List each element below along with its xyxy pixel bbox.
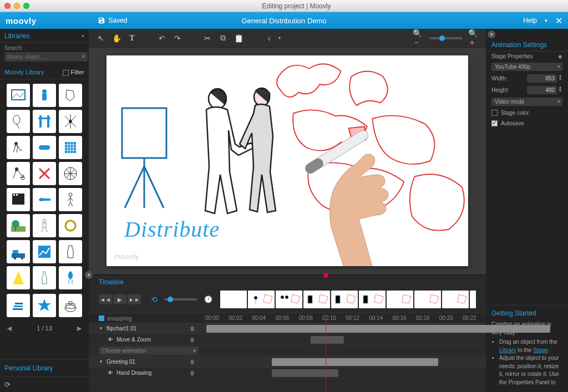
stage-color-checkbox[interactable]: Stage color	[486, 108, 568, 118]
snapping-toggle[interactable]: snapping	[99, 315, 132, 322]
maximize-window-icon[interactable]	[23, 3, 29, 9]
collapse-track-icon[interactable]: ▼	[99, 326, 103, 331]
library-item[interactable]	[33, 266, 56, 289]
library-item[interactable]	[33, 240, 56, 263]
width-spinner[interactable]: ▲▼	[558, 74, 562, 83]
hand-tool-icon[interactable]: ✋	[111, 33, 122, 44]
canvas-stage[interactable]: Distribute moovly	[106, 55, 468, 266]
library-item[interactable]	[59, 240, 82, 263]
personal-library-header[interactable]: Personal Library	[0, 359, 89, 376]
frame-thumbnail[interactable]	[414, 291, 441, 308]
library-item[interactable]	[7, 266, 30, 289]
library-item[interactable]	[59, 110, 82, 133]
video-mode-dropdown[interactable]: Video mode	[486, 96, 568, 108]
cut-icon[interactable]: ✂	[202, 33, 213, 44]
undo-icon[interactable]: ↶	[156, 33, 168, 44]
redo-icon[interactable]: ↷	[172, 33, 183, 44]
library-item[interactable]	[59, 266, 82, 289]
frame-thumbnail[interactable]	[276, 291, 302, 308]
align-icon[interactable]: ⫞	[263, 33, 274, 44]
height-spinner[interactable]: ▲▼	[558, 86, 562, 94]
choose-animation-dropdown[interactable]: Choose animation▾	[99, 347, 199, 355]
timeline-zoom-slider[interactable]	[164, 298, 197, 301]
refresh-icon[interactable]: ⟳	[0, 376, 89, 392]
library-link[interactable]: Library	[499, 347, 516, 353]
library-item[interactable]	[59, 214, 82, 237]
library-item[interactable]	[7, 188, 30, 211]
library-item[interactable]	[7, 294, 30, 317]
frame-thumbnail[interactable]	[359, 291, 386, 308]
help-link[interactable]: Help	[523, 17, 537, 24]
clock-icon[interactable]: 🕐	[204, 296, 212, 303]
align-chevron-icon[interactable]: ▾	[278, 35, 281, 40]
track-clip[interactable]	[272, 369, 338, 377]
delete-track-icon[interactable]: 🗑	[190, 325, 195, 332]
prev-page-icon[interactable]: ◄	[6, 324, 13, 333]
library-item[interactable]	[33, 110, 56, 133]
library-item[interactable]	[33, 84, 56, 107]
next-page-icon[interactable]: ►	[75, 324, 83, 333]
frame-thumbnail[interactable]	[470, 291, 476, 308]
zoom-in-icon[interactable]: 🔍＋	[468, 33, 479, 44]
close-window-icon[interactable]	[4, 3, 11, 9]
delete-track-icon[interactable]: 🗑	[190, 370, 195, 376]
track-clip[interactable]	[272, 358, 438, 366]
library-item[interactable]	[7, 214, 30, 237]
height-input[interactable]	[527, 86, 557, 94]
close-app-icon[interactable]: ✕	[555, 16, 562, 26]
width-input[interactable]	[527, 74, 557, 83]
track-row[interactable]: 👁Move & Zoom🗑	[89, 334, 486, 345]
frame-thumbnail[interactable]	[303, 291, 330, 308]
track-row[interactable]: ▼Greeting 01🗑	[89, 357, 486, 368]
playhead[interactable]	[326, 314, 326, 392]
library-item[interactable]	[59, 162, 82, 185]
library-item[interactable]	[33, 136, 56, 159]
library-item[interactable]	[7, 110, 30, 133]
text-tool-icon[interactable]: T	[126, 33, 138, 44]
frame-thumbnail[interactable]	[248, 291, 275, 308]
library-item[interactable]	[59, 136, 82, 159]
clear-search-icon[interactable]: ✕	[81, 53, 85, 59]
collapse-track-icon[interactable]: ▼	[99, 359, 103, 364]
play-icon[interactable]: ▶	[113, 294, 126, 304]
track-clip[interactable]	[311, 336, 344, 344]
stage-link[interactable]: Stage	[533, 347, 547, 353]
rewind-icon[interactable]: ◄◄	[99, 294, 112, 304]
save-status[interactable]: Saved	[98, 17, 128, 24]
preset-dropdown[interactable]: YouTube 480p	[486, 61, 568, 73]
copy-icon[interactable]: ⧉	[217, 33, 229, 44]
library-item[interactable]	[59, 294, 82, 317]
frame-thumbnail[interactable]	[442, 291, 469, 308]
frame-thumbnail[interactable]	[331, 291, 358, 308]
paste-icon[interactable]: 📋	[233, 33, 244, 44]
chevron-down-icon[interactable]: ▾	[82, 33, 84, 39]
frame-thumbnail[interactable]	[387, 291, 413, 308]
track-row[interactable]: ▼flipchart1 01🗑	[89, 323, 486, 334]
library-item[interactable]	[7, 136, 30, 159]
library-item[interactable]	[7, 162, 30, 185]
zoom-slider[interactable]	[429, 37, 463, 39]
autosave-checkbox[interactable]: Autosave	[486, 118, 568, 129]
minimize-window-icon[interactable]	[14, 3, 20, 9]
delete-track-icon[interactable]: 🗑	[190, 337, 195, 343]
zoom-out-icon[interactable]: 🔍－	[413, 33, 424, 44]
collapse-timeline-icon[interactable]: ▾	[85, 271, 93, 279]
library-item[interactable]	[59, 84, 82, 107]
delete-track-icon[interactable]: 🗑	[190, 359, 195, 365]
library-item[interactable]	[59, 188, 82, 211]
loop-icon[interactable]: ⟲	[151, 295, 158, 304]
track-row[interactable]: 👁Hand Drawing🗑	[89, 368, 486, 379]
library-item[interactable]	[7, 84, 30, 107]
frame-thumbnail[interactable]	[220, 291, 247, 308]
library-item[interactable]	[33, 214, 56, 237]
track-clip[interactable]	[206, 325, 550, 333]
drag-handle-icon[interactable]: ◆	[558, 53, 562, 59]
filter-toggle[interactable]: Filter	[63, 69, 84, 76]
library-item[interactable]	[33, 188, 56, 211]
select-tool-icon[interactable]: ↖	[95, 33, 106, 44]
search-input[interactable]	[4, 52, 88, 62]
library-item[interactable]	[33, 162, 56, 185]
library-item[interactable]	[7, 240, 30, 263]
library-item[interactable]	[33, 294, 56, 317]
forward-icon[interactable]: ►►	[128, 294, 141, 304]
